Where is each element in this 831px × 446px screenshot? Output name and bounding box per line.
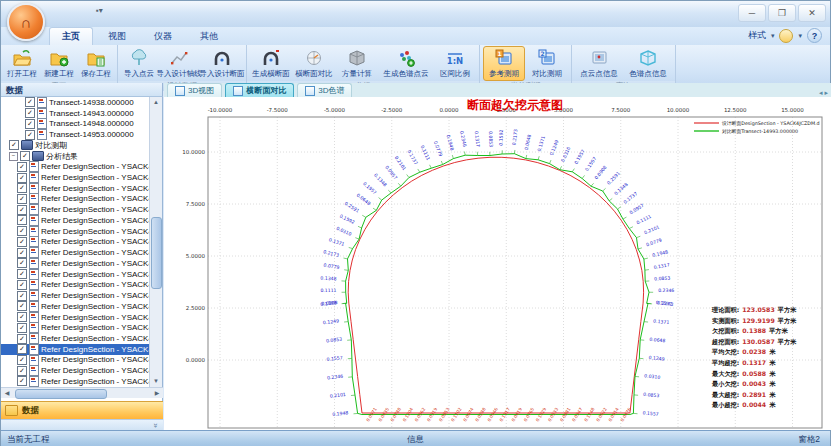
- generate-cross-section-button[interactable]: 生成横断面: [250, 46, 292, 81]
- checkbox[interactable]: ✓: [17, 173, 27, 183]
- tree-item[interactable]: ✓Refer DesignSection - YSACK4JCZDI: [1, 269, 151, 280]
- scroll-left-arrow[interactable]: ◀: [1, 388, 13, 398]
- style-dropdown[interactable]: 样式: [748, 29, 766, 42]
- tree-item[interactable]: ✓Refer DesignSection - YSACK4JCZDI: [1, 376, 151, 387]
- checkbox[interactable]: ✓: [17, 334, 27, 344]
- open-project-button[interactable]: 打开工程: [4, 46, 40, 81]
- tab-instrument[interactable]: 仪器: [141, 27, 185, 45]
- compare-period-button[interactable]: 2 对比测期: [526, 46, 568, 81]
- tree-item[interactable]: ✓Refer DesignSection - YSACK4JCZDI: [1, 312, 151, 323]
- generate-spectrum-pointcloud-button[interactable]: 生成色谱点云: [379, 46, 433, 81]
- save-project-button[interactable]: 保存工程: [78, 46, 114, 81]
- tree-item[interactable]: ✓Refer DesignSection - YSACK4JCZDI: [1, 333, 151, 344]
- checkbox[interactable]: ✓: [17, 248, 27, 258]
- tab-scroll-arrows[interactable]: ◂ ▸: [819, 89, 831, 97]
- tree-vertical-scrollbar[interactable]: ▲ ▼: [149, 97, 162, 387]
- tree-item[interactable]: ✓Refer DesignSection - YSACK4JCZDI: [1, 290, 151, 301]
- tab-cross-section-compare[interactable]: 横断面对比: [225, 83, 294, 97]
- tree-item[interactable]: ✓Transect-14953.000000: [1, 129, 151, 140]
- import-design-axis-button[interactable]: 导入设计轴线: [158, 46, 200, 81]
- data-panel-button[interactable]: 数据: [1, 401, 163, 420]
- help-button[interactable]: ?: [807, 28, 822, 43]
- tree-item[interactable]: ✓Refer DesignSection - YSACK4JCZDI: [1, 226, 151, 237]
- checkbox[interactable]: ✓: [17, 183, 27, 193]
- scroll-thumb[interactable]: [15, 389, 107, 399]
- tree-item[interactable]: ✓Refer DesignSection - YSACK4JCZDI: [1, 237, 151, 248]
- checkbox[interactable]: ✓: [17, 344, 27, 354]
- expand-box-icon[interactable]: −: [9, 152, 18, 161]
- checkbox[interactable]: ✓: [17, 226, 27, 236]
- cross-section-compare-button[interactable]: 横断面对比: [293, 46, 335, 81]
- new-project-button[interactable]: 新建工程: [41, 46, 77, 81]
- status-info-tab[interactable]: 信息: [407, 434, 627, 446]
- checkbox[interactable]: ✓: [17, 205, 27, 215]
- tab-3d-view[interactable]: 3D视图: [167, 83, 222, 97]
- checkbox[interactable]: ✓: [25, 119, 35, 129]
- tree-item[interactable]: ✓对比测期: [1, 140, 151, 151]
- tab-home[interactable]: 主页: [49, 27, 93, 45]
- minimize-button[interactable]: ─: [738, 4, 766, 22]
- tree-item[interactable]: ✓Refer DesignSection - YSACK4JCZDI: [1, 247, 151, 258]
- tree-item[interactable]: ✓Refer DesignSection - YSACK4JCZDI: [1, 161, 151, 172]
- scroll-up-arrow[interactable]: ▲: [150, 97, 162, 108]
- checkbox[interactable]: ✓: [17, 258, 27, 268]
- checkbox[interactable]: ✓: [17, 312, 27, 322]
- tree-item[interactable]: ✓Refer DesignSection - YSACK4JCZDI: [1, 258, 151, 269]
- tree-item[interactable]: ✓Refer DesignSection - YSACK4JCZDI: [1, 215, 151, 226]
- tab-view[interactable]: 视图: [95, 27, 139, 45]
- scroll-thumb[interactable]: [151, 217, 162, 289]
- tree-item[interactable]: ✓Transect-14948.000000: [1, 118, 151, 129]
- checkbox[interactable]: ✓: [9, 140, 19, 150]
- pointcloud-point-info-button[interactable]: 点云点信息: [575, 46, 623, 81]
- tree-item[interactable]: ✓Refer DesignSection - YSACK4JCZDI: [1, 355, 151, 366]
- tree-item[interactable]: ✓Refer DesignSection - YSACK4JCZDI: [1, 194, 151, 205]
- tree-item[interactable]: ✓Refer DesignSection - YSACK4JCZDI: [1, 322, 151, 333]
- checkbox[interactable]: ✓: [17, 269, 27, 279]
- checkbox[interactable]: ✓: [25, 108, 35, 118]
- tree-item[interactable]: ✓Refer DesignSection - YSACK4JCZDI: [1, 183, 151, 194]
- import-design-section-button[interactable]: 导入设计断面: [201, 46, 243, 81]
- checkbox[interactable]: ✓: [20, 151, 30, 161]
- checkbox[interactable]: ✓: [17, 376, 27, 386]
- checkbox[interactable]: ✓: [17, 280, 27, 290]
- status-pane[interactable]: 窗格2: [798, 434, 830, 446]
- checkbox[interactable]: ✓: [17, 291, 27, 301]
- tree-item[interactable]: ✓Refer DesignSection - YSACK4JCZDI: [1, 172, 151, 183]
- tree-item[interactable]: −✓分析结果: [1, 151, 151, 162]
- tab-other[interactable]: 其他: [187, 27, 231, 45]
- checkbox[interactable]: ✓: [25, 130, 35, 140]
- scroll-right-arrow[interactable]: ▶: [151, 388, 163, 398]
- tree-item[interactable]: ✓Refer DesignSection - YSACK4JCZDI: [1, 301, 151, 312]
- checkbox[interactable]: ✓: [17, 215, 27, 225]
- app-menu-button[interactable]: ∩: [7, 3, 45, 41]
- tab-3d-spectrum[interactable]: 3D色谱: [297, 83, 352, 97]
- emoticon-icon[interactable]: [779, 29, 793, 43]
- tree-horizontal-scrollbar[interactable]: ◀ ▶: [1, 387, 163, 398]
- tree-item[interactable]: ✓Refer DesignSection - YSACK4JCZDI: [1, 344, 151, 355]
- tree-item[interactable]: ✓Refer DesignSection - YSACK4JCZDI: [1, 279, 151, 290]
- tree-item[interactable]: ✓Transect-14938.000000: [1, 97, 151, 108]
- tree-item[interactable]: ✓Refer DesignSection - YSACK4JCZDI: [1, 365, 151, 376]
- tree-item[interactable]: ✓Transect-14943.000000: [1, 108, 151, 119]
- checkbox[interactable]: ✓: [17, 237, 27, 247]
- reference-period-button[interactable]: 1 参考测期: [483, 46, 525, 81]
- spectrum-point-info-button[interactable]: 色谱点信息: [624, 46, 672, 81]
- checkbox[interactable]: ✓: [17, 194, 27, 204]
- tree-item[interactable]: ✓Refer DesignSection - YSACK4JCZDI: [1, 204, 151, 215]
- checkbox[interactable]: ✓: [17, 301, 27, 311]
- maximize-button[interactable]: ❐: [768, 4, 796, 22]
- cross-section-view[interactable]: -10.0000-7.5000-5.0000-2.50000.00002.500…: [164, 97, 831, 430]
- scroll-down-arrow[interactable]: ▼: [150, 376, 162, 387]
- interval-ratio-button[interactable]: 1:N 区间比例: [434, 46, 476, 81]
- close-button[interactable]: ✕: [798, 4, 826, 22]
- import-pointcloud-button[interactable]: 导入点云: [121, 46, 157, 81]
- checkbox[interactable]: ✓: [17, 162, 27, 172]
- checkbox[interactable]: ✓: [25, 97, 35, 107]
- volume-calc-button[interactable]: 方量计算: [336, 46, 378, 81]
- checkbox[interactable]: ✓: [17, 355, 27, 365]
- checkbox[interactable]: ✓: [17, 366, 27, 376]
- quick-access-toolbar[interactable]: ▪▾: [96, 6, 103, 15]
- chevron-down-icon[interactable]: ▾: [771, 32, 775, 40]
- checkbox[interactable]: ✓: [17, 323, 27, 333]
- chevron-down-icon[interactable]: ▾: [798, 32, 802, 40]
